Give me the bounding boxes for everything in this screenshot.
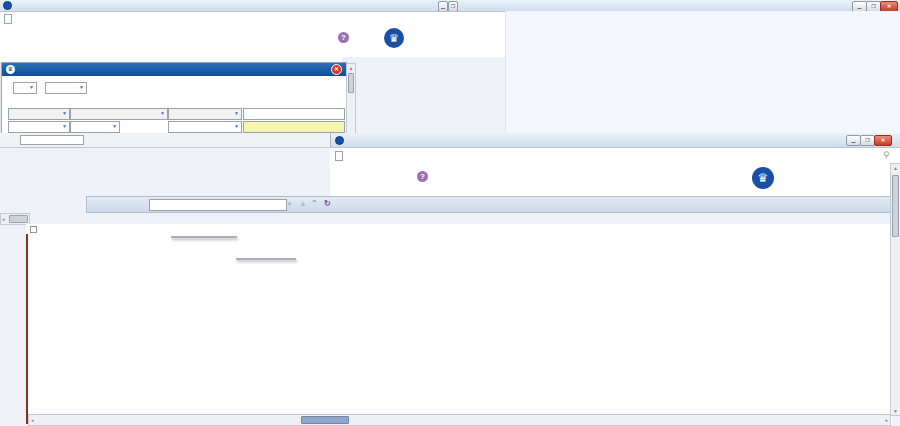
minimize-button[interactable]: ▁: [846, 135, 861, 146]
value-input-1[interactable]: [243, 108, 345, 120]
help-icon: ?: [338, 32, 349, 43]
favorite-icon[interactable]: ▲: [299, 198, 307, 210]
vertical-scrollbar[interactable]: ▲ ▼: [890, 163, 900, 416]
collapse-icon[interactable]: ⌃: [311, 198, 318, 210]
maximize-button[interactable]: ❐: [860, 135, 875, 146]
current-query-bar: ● ▲ ⌃ ↻: [86, 196, 891, 213]
front-toolbar: ? ♛: [330, 163, 890, 196]
scheme-select-2[interactable]: ▼: [8, 121, 70, 133]
key-icon[interactable]: ⚲: [883, 150, 890, 160]
back-toolbar: ? ♛: [0, 24, 505, 57]
page-icon: [4, 14, 12, 24]
desktop: ▁ ❐ ▁ ❐ ✕ ? ♛ ♛ ✕ ▼ ▼: [0, 0, 900, 426]
help-button[interactable]: ?: [412, 165, 433, 192]
dialog-titlebar[interactable]: ♛ ✕: [2, 63, 346, 76]
back-scrollbar[interactable]: ▲: [346, 63, 356, 135]
page-icon: [335, 151, 343, 161]
select-all-checkbox[interactable]: [30, 226, 37, 233]
scheme-menu: [171, 236, 237, 238]
help-icon: ?: [417, 171, 428, 182]
nirvana-logo-icon: ♛: [384, 28, 404, 48]
condition-select-2[interactable]: ▼: [168, 121, 242, 133]
help-button[interactable]: ?: [333, 26, 354, 53]
find-input[interactable]: [20, 135, 84, 145]
scheme-select-1[interactable]: ▼: [8, 108, 70, 120]
dialog-options-row: ▼ ▼: [9, 82, 95, 94]
dialog-bottom-remnant: [0, 133, 330, 148]
horizontal-scrollbar[interactable]: ◂ ▸: [28, 414, 891, 426]
chrome-favicon: [3, 1, 12, 10]
chrome-favicon: [335, 136, 344, 145]
nirvana-mini-logo-icon: ♛: [6, 65, 15, 74]
access-select[interactable]: ▼: [45, 82, 87, 94]
value-input-2[interactable]: [243, 121, 345, 133]
find-objects-dialog: ♛ ✕ ▼ ▼ ▼ ▼ ▼ ▼ ▼ ▼: [1, 62, 347, 135]
attribute-menu: [236, 258, 296, 260]
conditions-select[interactable]: ▼: [13, 82, 37, 94]
front-window-titlebar[interactable]: ▁ ❐ ✕: [330, 133, 900, 148]
dialog-close-icon[interactable]: ✕: [331, 64, 342, 75]
search-icon[interactable]: ●: [287, 198, 292, 210]
attribute-select-2[interactable]: ▼: [70, 121, 120, 133]
condition-select-1[interactable]: ▼: [168, 108, 242, 120]
attribute-select-1[interactable]: ▼: [70, 108, 168, 120]
results-table: [26, 234, 892, 424]
nirvana-logo-icon: ♛: [752, 167, 774, 189]
current-query-input[interactable]: [149, 199, 287, 211]
background-window-area: [505, 11, 900, 133]
refresh-icon[interactable]: ↻: [324, 198, 331, 210]
close-button[interactable]: ✕: [874, 135, 892, 146]
